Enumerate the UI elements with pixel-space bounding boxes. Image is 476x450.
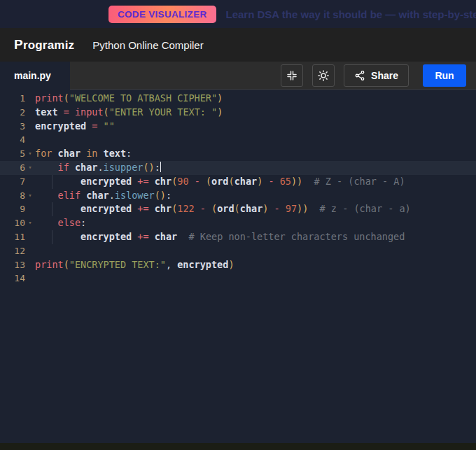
code-line[interactable]: 10▾ else: (0, 216, 476, 230)
line-number: 2 (0, 106, 25, 120)
fold-gutter (25, 230, 35, 244)
line-number: 6 (0, 161, 25, 175)
promo-banner[interactable]: CODE VISUALIZER Learn DSA the way it sho… (0, 0, 476, 28)
indent-guide (52, 202, 52, 216)
line-number: 13 (0, 258, 25, 272)
fold-gutter (25, 175, 35, 189)
promo-tagline: Learn DSA the way it should be — with st… (226, 8, 476, 20)
line-number: 1 (0, 92, 25, 106)
editor-toolbar: main.py Share Run (0, 62, 476, 90)
share-button[interactable]: Share (344, 64, 409, 87)
line-number: 14 (0, 272, 25, 286)
line-number: 9 (0, 202, 25, 216)
code-text[interactable]: for char in text: (35, 147, 476, 161)
fold-gutter (25, 202, 35, 216)
code-text[interactable]: encrypted += char # Keep non-letter char… (35, 230, 476, 244)
code-line[interactable]: 1print("WELCOME TO ATBASH CIPHER") (0, 92, 476, 106)
line-number: 11 (0, 230, 25, 244)
code-line[interactable]: 6▾ if char.isupper(): (0, 161, 476, 175)
line-number: 7 (0, 175, 25, 189)
code-text[interactable] (35, 244, 476, 258)
app-header: Programiz Python Online Compiler (0, 28, 476, 62)
share-button-label: Share (371, 70, 398, 81)
fold-gutter (25, 133, 35, 147)
code-line[interactable]: 13print("ENCRYPTED TEXT:", encrypted) (0, 258, 476, 272)
code-text[interactable]: elif char.islower(): (35, 189, 476, 203)
fold-gutter (25, 272, 35, 286)
programiz-logo[interactable]: Programiz (14, 37, 74, 52)
code-text[interactable]: text = input("ENTER YOUR TEXT: ") (35, 106, 476, 120)
code-line[interactable]: 3encrypted = "" (0, 120, 476, 134)
fold-gutter (25, 258, 35, 272)
code-line[interactable]: 8▾ elif char.islower(): (0, 189, 476, 203)
share-icon (354, 70, 365, 81)
fold-gutter (25, 106, 35, 120)
line-number: 8 (0, 189, 25, 203)
code-text[interactable] (35, 133, 476, 147)
code-text[interactable]: print("WELCOME TO ATBASH CIPHER") (35, 92, 476, 106)
toolbar-actions: Share Run (70, 62, 476, 90)
fold-arrow-icon[interactable]: ▾ (25, 189, 35, 203)
collapse-button[interactable] (281, 64, 303, 87)
code-text[interactable]: encrypted += chr(90 - (ord(char) - 65)) … (35, 175, 476, 189)
code-editor[interactable]: 1print("WELCOME TO ATBASH CIPHER")2text … (0, 90, 476, 443)
code-text[interactable] (35, 272, 476, 286)
code-line[interactable]: 4 (0, 133, 476, 147)
code-line[interactable]: 14 (0, 272, 476, 286)
code-line[interactable]: 7 encrypted += chr(90 - (ord(char) - 65)… (0, 175, 476, 189)
tab-main-py[interactable]: main.py (0, 62, 70, 90)
line-number: 5 (0, 147, 25, 161)
indent-guide (52, 230, 52, 244)
bottom-divider (0, 443, 476, 450)
fold-gutter (25, 244, 35, 258)
code-visualizer-badge[interactable]: CODE VISUALIZER (108, 6, 216, 23)
code-text[interactable]: else: (35, 216, 476, 230)
run-button[interactable]: Run (423, 64, 466, 87)
code-text[interactable]: print("ENCRYPTED TEXT:", encrypted) (35, 258, 476, 272)
fold-gutter (25, 120, 35, 134)
code-line[interactable]: 9 encrypted += chr(122 - (ord(char) - 97… (0, 202, 476, 216)
line-number: 3 (0, 120, 25, 134)
fold-arrow-icon[interactable]: ▾ (25, 147, 35, 161)
collapse-icon (286, 69, 298, 82)
theme-toggle-button[interactable] (312, 64, 335, 87)
code-text[interactable]: if char.isupper(): (35, 161, 476, 175)
fold-arrow-icon[interactable]: ▾ (25, 216, 35, 230)
line-number: 10 (0, 216, 25, 230)
indent-guide (52, 175, 52, 189)
code-line[interactable]: 5▾for char in text: (0, 147, 476, 161)
brightness-icon (317, 69, 330, 82)
line-number: 4 (0, 133, 25, 147)
code-text[interactable]: encrypted += chr(122 - (ord(char) - 97))… (35, 202, 476, 216)
fold-arrow-icon[interactable]: ▾ (25, 161, 35, 175)
fold-gutter (25, 92, 35, 106)
code-line[interactable]: 11 encrypted += char # Keep non-letter c… (0, 230, 476, 244)
code-line[interactable]: 2text = input("ENTER YOUR TEXT: ") (0, 106, 476, 120)
line-number: 12 (0, 244, 25, 258)
page-title: Python Online Compiler (92, 39, 203, 51)
code-text[interactable]: encrypted = "" (35, 120, 476, 134)
code-line[interactable]: 12 (0, 244, 476, 258)
text-cursor (160, 162, 162, 172)
